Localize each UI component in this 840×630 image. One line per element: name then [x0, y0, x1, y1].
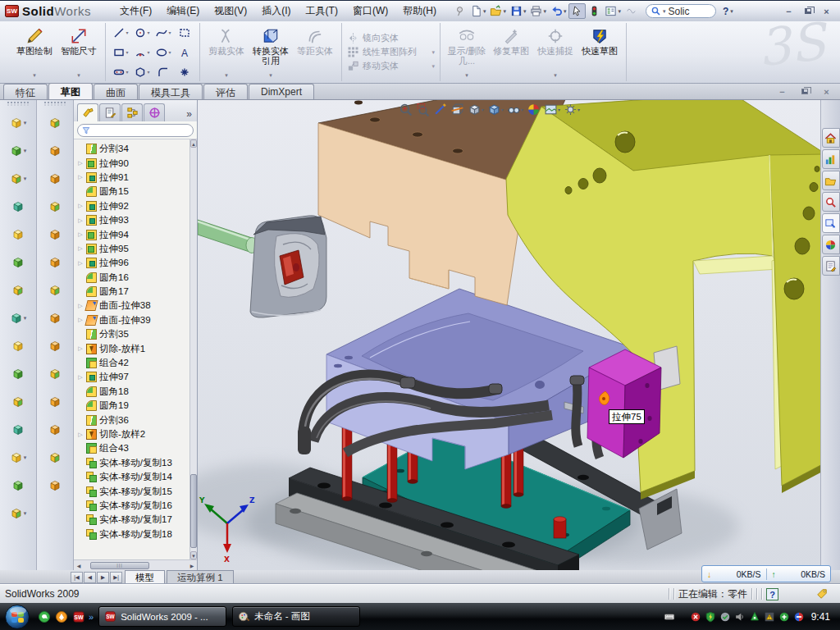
polygon-icon[interactable]: ▾ [132, 63, 152, 81]
launcher-icon[interactable] [55, 610, 68, 623]
design-checker-icon[interactable]: ▾ [603, 4, 623, 18]
antivirus-icon[interactable] [690, 611, 701, 623]
tree-item[interactable]: 组合42 [77, 356, 189, 370]
fillet-tool-icon[interactable] [11, 193, 25, 221]
expander-icon[interactable]: ▷ [77, 231, 84, 238]
search-dropdown-icon[interactable]: ▾ [663, 8, 666, 15]
select-icon[interactable] [568, 3, 586, 19]
doc-close-button[interactable]: × [819, 85, 833, 98]
expander-icon[interactable]: ▷ [77, 303, 84, 309]
view-wand-icon[interactable] [432, 102, 448, 117]
tree-item[interactable]: 圆角19 [77, 399, 189, 413]
hole-wizard-icon[interactable]: ▾ [10, 500, 27, 527]
scroll-down-icon[interactable]: ▼ [190, 551, 197, 559]
dimension-button[interactable]: 智能尺寸▾ [57, 25, 100, 80]
planar-surface-icon[interactable] [48, 109, 62, 137]
mirror-button[interactable]: 镜向实体 [347, 32, 435, 44]
tree-item[interactable]: ▷拉伸93 [77, 213, 189, 227]
doc-restore-button[interactable] [797, 85, 811, 98]
tree-item[interactable]: 圆角15 [77, 185, 189, 199]
point-icon[interactable] [175, 63, 194, 81]
shut-off-surfaces-icon[interactable] [48, 304, 62, 332]
menu-item-4[interactable]: 工具(T) [299, 2, 345, 21]
tree-item[interactable]: 分割35 [77, 327, 189, 341]
zoom-area-icon[interactable] [415, 102, 431, 117]
minimize-button[interactable]: − [782, 5, 796, 17]
line-icon[interactable]: ▾ [111, 24, 130, 42]
network-icon[interactable] [793, 611, 805, 623]
tree-item[interactable]: 实体-移动/复制17 [77, 513, 189, 527]
tree-item[interactable]: 圆角18 [77, 385, 189, 399]
parting-lines-icon[interactable] [48, 276, 62, 304]
tree-item[interactable]: ▷曲面-拉伸38 [77, 299, 189, 313]
toolbar-grip[interactable] [44, 102, 66, 106]
appearances-icon[interactable] [822, 235, 840, 254]
ellipse-icon[interactable]: ▾ [153, 43, 173, 62]
sync-icon[interactable] [749, 611, 760, 623]
zoom-fit-icon[interactable] [398, 102, 413, 117]
tree-item[interactable]: ▷拉伸94 [77, 227, 189, 241]
save-icon[interactable]: ▾ [509, 4, 528, 18]
file-explorer-icon[interactable] [822, 171, 840, 190]
edit-appearance-icon[interactable] [526, 102, 541, 117]
display-button[interactable]: 显示/删除几...▾ [445, 25, 488, 80]
toolbar-grip[interactable] [7, 102, 29, 106]
tree-item[interactable]: ▷拉伸91 [77, 171, 189, 185]
move-face-icon[interactable] [48, 444, 62, 472]
model-tab-0[interactable]: 模型 [125, 570, 165, 583]
undo-icon[interactable]: ▾ [549, 4, 568, 18]
draft-tool-icon[interactable] [11, 276, 25, 304]
restore-button[interactable] [801, 5, 815, 17]
text-icon[interactable]: A [175, 43, 194, 62]
core-tool-icon[interactable] [48, 388, 62, 416]
expander-icon[interactable]: ▷ [77, 174, 84, 180]
radiate-surface-icon[interactable] [48, 137, 62, 165]
mirror-feature-icon[interactable] [11, 360, 25, 388]
tab-0[interactable]: 特征 [3, 84, 48, 99]
scroll-thumb[interactable] [190, 474, 197, 548]
dimxpertmanager-tab[interactable] [144, 103, 165, 121]
panel-overflow-icon[interactable]: » [186, 108, 195, 121]
tree-item[interactable]: ▷拉伸96 [77, 256, 189, 270]
tree-item[interactable]: 实体-移动/复制16 [77, 499, 189, 513]
tree-item[interactable]: ▷切除-放样2 [77, 427, 189, 441]
model-nav-3[interactable]: ▶| [110, 572, 122, 583]
model-nav-2[interactable]: ▶ [97, 572, 109, 583]
select-box-icon[interactable] [175, 24, 194, 42]
expander-icon[interactable]: ▷ [77, 217, 84, 224]
print-icon[interactable]: ▾ [528, 4, 548, 18]
extruded-boss-icon[interactable]: ▾ [10, 109, 27, 137]
tree-item[interactable]: 实体-移动/复制13 [77, 456, 189, 470]
tree-item[interactable]: 实体-移动/复制14 [77, 470, 189, 484]
repair-button[interactable]: 修复草图 [490, 25, 532, 80]
scroll-thumb[interactable]: ||| [90, 562, 149, 569]
part-stop-pin[interactable] [554, 517, 566, 538]
swept-boss-icon[interactable]: ▾ [10, 165, 27, 193]
tree-item[interactable]: 圆角17 [77, 285, 189, 299]
tree-item[interactable]: 圆角16 [77, 271, 189, 285]
snap-button[interactable]: 快速捕捉▾ [534, 25, 577, 80]
updater-icon[interactable] [719, 611, 731, 623]
parting-surfaces-icon[interactable] [48, 332, 62, 360]
trim-button[interactable]: 剪裁实体▾ [205, 25, 248, 80]
apply-scene-icon[interactable]: ▾ [543, 102, 561, 117]
slot-icon[interactable]: ▾ [111, 63, 130, 81]
tree-item[interactable]: ▷切除-放样1 [77, 341, 189, 355]
overflow-icon[interactable] [623, 4, 639, 18]
menu-item-2[interactable]: 视图(V) [207, 2, 254, 21]
tree-item[interactable]: ▷拉伸92 [77, 199, 189, 213]
search-box[interactable]: ▾ Solic [646, 4, 716, 18]
expander-icon[interactable]: ▷ [77, 160, 84, 167]
move-button[interactable]: 移动实体▾ [347, 60, 435, 72]
menu-item-3[interactable]: 插入(I) [254, 2, 298, 21]
revolved-boss-icon[interactable]: ▾ [10, 137, 27, 165]
filled-surface-icon[interactable] [48, 193, 62, 221]
trim-surface-icon[interactable] [48, 249, 62, 276]
offset-button[interactable]: 等距实体 [294, 25, 336, 80]
home-icon[interactable] [822, 128, 840, 148]
menu-item-0[interactable]: 文件(F) [112, 2, 159, 21]
tree-item[interactable]: ▷拉伸97 [77, 370, 189, 384]
view-orientation-icon[interactable]: ▾ [467, 102, 485, 117]
tag-icon[interactable] [815, 588, 829, 600]
tree-item[interactable]: ▷拉伸90 [77, 156, 189, 170]
